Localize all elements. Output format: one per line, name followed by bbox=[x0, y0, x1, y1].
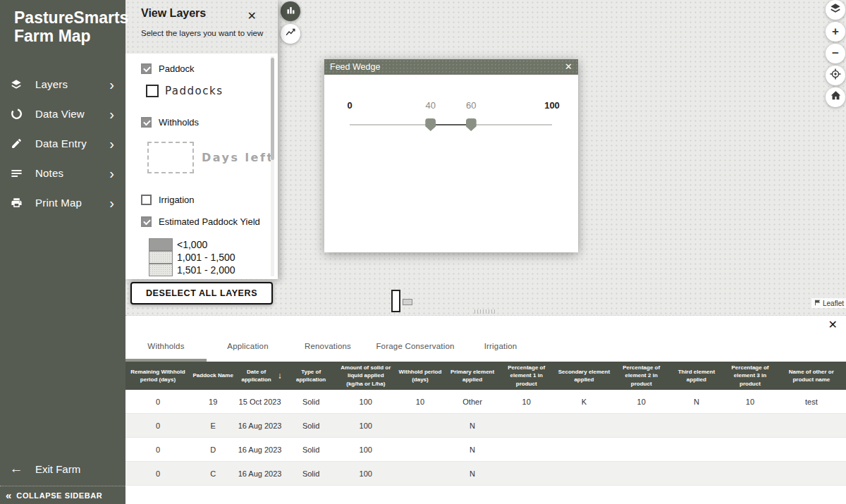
close-icon[interactable]: ✕ bbox=[247, 9, 257, 23]
table-cell bbox=[393, 462, 447, 485]
deselect-all-layers-button[interactable]: DESELECT ALL LAYERS bbox=[130, 282, 273, 305]
column-header[interactable]: Name of other or product name bbox=[777, 362, 846, 390]
slider-handle-1[interactable] bbox=[425, 118, 436, 131]
paddocks-sub-checkbox[interactable] bbox=[146, 85, 159, 97]
estimated-paddock-yield-checkbox[interactable] bbox=[141, 216, 152, 227]
table-row[interactable]: 0D16 Aug 2023Solid100N bbox=[125, 438, 846, 462]
column-header[interactable]: Secondary element applied bbox=[555, 362, 613, 390]
bar-chart-button[interactable] bbox=[281, 1, 300, 21]
yield-legend-row: <1,000 bbox=[149, 238, 278, 251]
map-layers-button[interactable] bbox=[826, 0, 845, 20]
bar-chart-icon bbox=[286, 5, 296, 18]
table-cell bbox=[555, 414, 613, 437]
tab-forage-conservation[interactable]: Forage Conservation bbox=[367, 316, 464, 362]
app-title: PastureSmarts Farm Map bbox=[0, 0, 125, 46]
column-header[interactable]: Third element applied bbox=[670, 362, 724, 390]
table-cell: test bbox=[777, 390, 846, 413]
panel-scrollbar-thumb[interactable] bbox=[271, 58, 274, 160]
tab-withholds[interactable]: Withholds bbox=[125, 316, 207, 362]
sidebar-item-print-map[interactable]: Print Map › bbox=[0, 188, 125, 218]
back-arrow-icon: ← bbox=[7, 461, 25, 477]
column-header[interactable]: Percentage of element 2 in product bbox=[613, 362, 670, 390]
slider-handle-2[interactable] bbox=[466, 118, 477, 131]
column-header[interactable]: Paddock Name bbox=[190, 362, 235, 390]
column-header[interactable]: Withhold period (days) bbox=[393, 362, 447, 390]
table-cell bbox=[613, 438, 670, 461]
panel-drag-handle[interactable] bbox=[474, 309, 497, 314]
table-cell: Solid bbox=[284, 438, 338, 461]
feed-wedge-body: 04060100 bbox=[324, 75, 578, 252]
tab-irrigation[interactable]: Irrigation bbox=[464, 316, 537, 362]
column-header[interactable]: Percentage of element 1 in product bbox=[498, 362, 555, 390]
column-header[interactable]: Percentage of element 3 in product bbox=[723, 362, 777, 390]
table-row[interactable]: 0C16 Aug 2023Solid100N bbox=[125, 462, 846, 486]
estimated-paddock-yield-label: Estimated Paddock Yield bbox=[159, 216, 260, 227]
trend-chart-button[interactable] bbox=[281, 24, 300, 44]
table-cell bbox=[555, 438, 613, 461]
sidebar-menu: Layers › Data View › Data Entry › Notes … bbox=[0, 70, 125, 218]
table-cell: 10 bbox=[613, 390, 670, 413]
irrigation-checkbox[interactable] bbox=[141, 195, 152, 205]
close-icon[interactable]: ✕ bbox=[828, 318, 838, 331]
layer-row-irrigation: Irrigation bbox=[141, 195, 278, 205]
flag-icon bbox=[814, 300, 821, 307]
sidebar-item-data-entry[interactable]: Data Entry › bbox=[0, 129, 125, 159]
tab-renovations[interactable]: Renovations bbox=[289, 316, 367, 362]
withholds-legend-sample: Days left bbox=[147, 142, 278, 173]
paddock-label: Paddock bbox=[159, 63, 195, 74]
home-button[interactable] bbox=[826, 87, 845, 107]
table-cell bbox=[393, 438, 447, 461]
column-header[interactable]: Remaining Withhold period (days) bbox=[125, 362, 190, 390]
table-row[interactable]: 01915 Oct 2023Solid10010Other10K10N10tes… bbox=[125, 390, 846, 414]
table-cell bbox=[498, 414, 555, 437]
table-cell: 0 bbox=[125, 438, 190, 461]
table-cell bbox=[555, 462, 613, 485]
layers-icon bbox=[828, 1, 842, 19]
yield-swatch bbox=[149, 238, 173, 251]
table-cell: Solid bbox=[284, 390, 338, 413]
days-left-label: Days left bbox=[202, 151, 274, 164]
close-icon[interactable]: ✕ bbox=[565, 59, 572, 75]
tab-application[interactable]: Application bbox=[207, 316, 289, 362]
collapse-sidebar-button[interactable]: « COLLAPSE SIDEBAR bbox=[0, 486, 125, 504]
table-cell: 100 bbox=[338, 390, 393, 413]
zoom-out-button[interactable]: − bbox=[826, 44, 845, 63]
sidebar-item-layers[interactable]: Layers › bbox=[0, 70, 125, 99]
map-paddock-outline bbox=[391, 290, 400, 312]
column-header[interactable]: Primary element applied bbox=[447, 362, 498, 390]
table-cell bbox=[670, 414, 724, 437]
column-header[interactable]: Date of application↓ bbox=[235, 362, 283, 390]
table-row[interactable]: 0E16 Aug 2023Solid100N bbox=[125, 414, 846, 438]
table-cell: E bbox=[190, 414, 235, 437]
withholds-label: Withholds bbox=[159, 117, 199, 128]
slider-tick-label: 40 bbox=[426, 100, 436, 111]
table-cell bbox=[613, 414, 670, 437]
feed-wedge-dialog: Feed Wedge ✕ 04060100 bbox=[324, 59, 578, 252]
data-tabs: WithholdsApplicationRenovationsForage Co… bbox=[125, 316, 846, 362]
sort-descending-icon[interactable]: ↓ bbox=[278, 370, 282, 382]
feed-wedge-header[interactable]: Feed Wedge ✕ bbox=[324, 59, 578, 75]
locate-button[interactable] bbox=[826, 66, 845, 85]
yield-legend: <1,000 1,001 - 1,500 1,501 - 2,000 bbox=[149, 238, 278, 276]
sidebar-item-data-view[interactable]: Data View › bbox=[0, 99, 125, 129]
column-header[interactable]: Type of application bbox=[284, 362, 338, 390]
column-header[interactable]: Amount of solid or liquid applied (kg/ha… bbox=[338, 362, 393, 390]
home-icon bbox=[830, 90, 842, 105]
slider-active-range bbox=[431, 124, 471, 125]
sidebar-item-notes[interactable]: Notes › bbox=[0, 159, 125, 188]
table-cell bbox=[723, 462, 777, 485]
table-cell: 100 bbox=[338, 414, 393, 437]
withholds-checkbox[interactable] bbox=[141, 117, 152, 128]
yield-swatch bbox=[149, 264, 173, 276]
zoom-in-button[interactable]: + bbox=[826, 22, 845, 42]
layer-row-estimated-paddock-yield: Estimated Paddock Yield bbox=[141, 216, 278, 227]
table-cell: N bbox=[670, 390, 724, 413]
table-cell: 100 bbox=[338, 462, 393, 485]
layer-row-paddocks-sub: Paddocks bbox=[146, 85, 278, 97]
map-paddock-feature bbox=[403, 299, 412, 305]
slider-tick-label: 0 bbox=[347, 100, 352, 111]
sidebar-item-exit-farm[interactable]: ← Exit Farm bbox=[0, 455, 125, 483]
table-cell: N bbox=[447, 438, 498, 461]
paddock-checkbox[interactable] bbox=[141, 63, 152, 74]
trend-icon bbox=[285, 27, 297, 42]
